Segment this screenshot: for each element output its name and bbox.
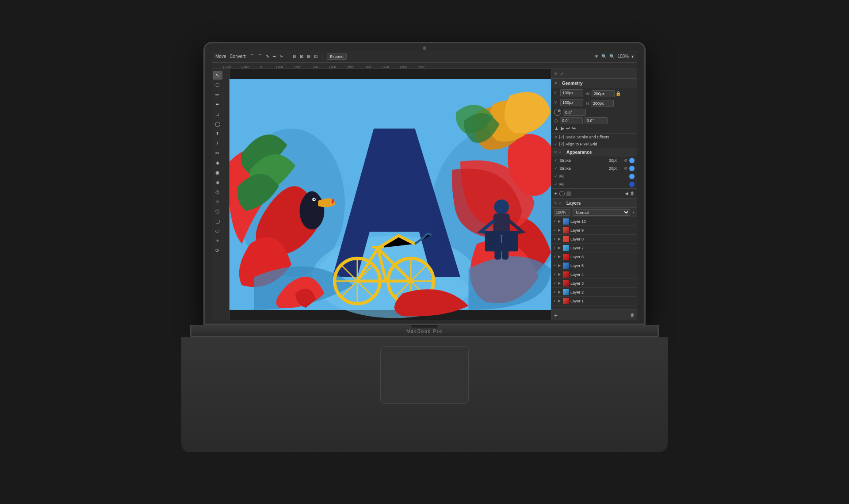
layer-item-7[interactable]: ✓ ▶ Layer 7 (551, 244, 637, 252)
trash-btn[interactable]: 🗑 (630, 191, 635, 196)
x-input[interactable] (560, 89, 583, 96)
stroke2-gear[interactable]: ⚙ (624, 166, 627, 171)
circle-btn[interactable] (559, 191, 565, 196)
layers-footer: + 🗑 (551, 309, 637, 320)
rotate-180-icon[interactable]: ↪ (572, 126, 576, 131)
ellipse-tool-btn[interactable]: ◯ (213, 119, 222, 128)
fill1-color[interactable] (629, 174, 635, 179)
zoom-out-icon[interactable]: 🔍 (609, 54, 615, 59)
layer-item-5[interactable]: ✓ ▶ Layer 5 (551, 261, 637, 270)
eye-icon[interactable]: 👁 (594, 54, 599, 59)
zoom-tool-btn[interactable]: ◎ (213, 187, 222, 196)
gradient-tool-btn[interactable]: ◉ (213, 168, 222, 177)
trackpad[interactable] (380, 346, 469, 404)
opacity-input[interactable] (554, 209, 570, 216)
canvas-area[interactable] (229, 69, 551, 320)
layer-item-1[interactable]: ✓ ▶ Layer 1 (551, 297, 637, 305)
scissors-tool-btn[interactable]: ✂ (213, 149, 222, 157)
node-tool-btn[interactable]: ⬡ (213, 80, 222, 89)
shear2-input[interactable] (585, 117, 608, 124)
align-pixel-checkbox[interactable] (559, 142, 564, 146)
appearance-item-1: ✓ Stroke 20pt ⚙ (551, 164, 637, 172)
flip-v-icon[interactable]: ▶ (561, 126, 564, 131)
rotate-90-icon[interactable]: ↩ (566, 126, 570, 131)
rect-tool-btn[interactable]: □ (213, 110, 222, 118)
stroke2-check: ✓ (554, 166, 558, 171)
star-tool-btn[interactable]: ☆ (213, 197, 222, 206)
layer7-check: ✓ (553, 246, 557, 250)
layer4-eye[interactable]: ▶ (558, 272, 562, 276)
pencil-tool-btn[interactable]: ✒ (213, 100, 222, 109)
geometry-collapse-icon: ▼ (554, 81, 558, 85)
layer5-eye[interactable]: ▶ (558, 263, 562, 267)
add-layer-btn[interactable]: + (554, 312, 558, 319)
blend-mode-select[interactable]: Normal Multiply Screen Overlay (573, 209, 630, 216)
layer-item-2[interactable]: ✓ ▶ Layer 2 (551, 288, 637, 297)
layer6-eye[interactable]: ▶ (558, 255, 562, 259)
align-icon-4[interactable]: ⊡ (314, 54, 317, 59)
layer10-eye[interactable]: ▶ (558, 219, 562, 223)
layer3-eye[interactable]: ▶ (558, 281, 562, 285)
line-tool-btn[interactable]: / (213, 139, 222, 148)
appearance-header[interactable]: ✕ ✓ Appearance (551, 148, 637, 157)
lock-icon[interactable]: 🔒 (616, 91, 621, 96)
trash-layer-btn[interactable]: 🗑 (630, 313, 635, 317)
layer2-eye[interactable]: ▶ (558, 290, 562, 294)
geometry-title: Geometry (559, 79, 585, 88)
layers-header[interactable]: ✕ ✓ Layers (551, 199, 637, 207)
convert-icon-5[interactable]: ✂ (280, 54, 283, 59)
square-btn[interactable] (566, 191, 571, 196)
layer-item-8[interactable]: ✓ ▶ Layer 8 (551, 235, 637, 244)
zoom-level[interactable]: 100% (617, 54, 629, 59)
zoom-dropdown-icon[interactable]: ▾ (631, 54, 634, 59)
layer-item-6[interactable]: ✓ ▶ Layer 6 (551, 252, 637, 261)
stroke2-color[interactable] (629, 166, 635, 171)
layer-item-9[interactable]: ✓ ▶ Layer 9 (551, 226, 637, 235)
layer1-eye[interactable]: ▶ (558, 299, 562, 303)
pen-tool-btn[interactable]: ✏ (213, 90, 222, 99)
misc-tool-btn[interactable]: ⟳ (213, 246, 222, 255)
fill-tool-btn[interactable]: ◈ (213, 158, 222, 167)
rotate-circle[interactable] (554, 109, 561, 116)
align-icon-1[interactable]: ⊟ (293, 54, 296, 59)
w-input[interactable] (592, 90, 615, 97)
expand-button[interactable]: Expand (327, 53, 347, 60)
layer8-thumb (563, 236, 569, 242)
transform-btn[interactable]: ⌖ (213, 236, 222, 245)
stroke1-gear[interactable]: ⚙ (624, 158, 627, 163)
layer-item-3[interactable]: ✓ ▶ Layer 3 (551, 279, 637, 288)
zoom-in-icon[interactable]: 🔍 (601, 54, 607, 59)
fill2-color[interactable] (629, 182, 635, 187)
convert-icon-2[interactable]: ⌒ (258, 53, 262, 60)
stroke1-color[interactable] (629, 158, 635, 163)
align-icon-2[interactable]: ⊠ (300, 54, 303, 59)
rounded-rect-btn[interactable]: ▢ (213, 217, 222, 225)
flip-h-icon[interactable]: ▲ (554, 126, 559, 131)
polygon-tool-btn[interactable]: ⬠ (213, 207, 222, 216)
h-input[interactable] (591, 100, 614, 107)
text-tool-btn[interactable]: T (213, 129, 222, 138)
arrow-btn[interactable]: ◀ (625, 191, 628, 196)
crop-tool-btn[interactable]: ⊞ (213, 178, 222, 187)
layer9-thumb (563, 227, 569, 233)
layer7-eye[interactable]: ▶ (558, 246, 562, 250)
scale-stroke-checkbox[interactable] (559, 135, 564, 139)
convert-icon-3[interactable]: ✎ (266, 54, 269, 59)
convert-icon-4[interactable]: ✒ (273, 54, 276, 59)
rotation-input[interactable] (563, 109, 586, 116)
convert-icon-1[interactable]: ⌒ (250, 53, 254, 60)
rounded-ellipse-btn[interactable]: ⬭ (213, 226, 222, 235)
layer8-eye[interactable]: ▶ (558, 237, 562, 241)
shear-input[interactable] (560, 117, 583, 124)
y-input[interactable] (560, 99, 583, 106)
check-icon[interactable]: ✓ (560, 71, 564, 76)
layer-item-4[interactable]: ✓ ▶ Layer 4 (551, 270, 637, 279)
align-icon-3[interactable]: ⊞ (307, 54, 310, 59)
select-tool-btn[interactable]: ↖ (213, 71, 222, 80)
close-icon[interactable]: ✕ (554, 71, 558, 76)
add-appearance-btn[interactable]: + (554, 190, 558, 197)
layer9-eye[interactable]: ▶ (558, 228, 562, 232)
geometry-header[interactable]: ▼ Geometry (551, 79, 637, 88)
left-toolbar: ↖ ⬡ ✏ ✒ □ ◯ T / ✂ ◈ ◉ ⊞ ◎ ☆ ⬠ ▢ ⬭ (212, 69, 223, 320)
layer-item-10[interactable]: ✓ ▶ Layer 10 (551, 217, 637, 226)
